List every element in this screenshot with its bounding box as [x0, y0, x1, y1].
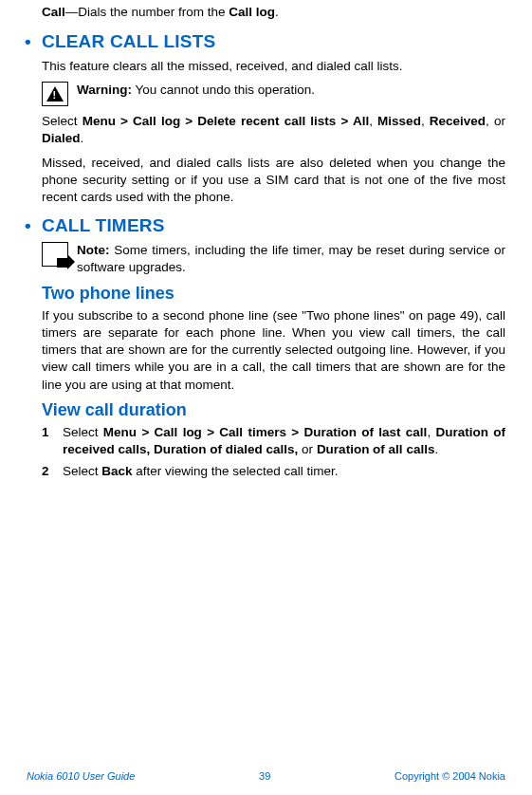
sep1: ,	[369, 114, 377, 128]
received-bold: Received	[430, 114, 486, 128]
view-steps: 1 Select Menu > Call log > Call timers >…	[42, 424, 505, 481]
select-suffix: .	[81, 131, 84, 145]
s1-b3: Duration of all calls	[317, 442, 435, 456]
clear-explain: Missed, received, and dialed calls lists…	[42, 155, 505, 207]
heading-view-call-duration: View call duration	[42, 400, 505, 420]
note-icon	[42, 242, 68, 267]
select-prefix: Select	[42, 114, 83, 128]
note-text: Note: Some timers, including the life ti…	[77, 242, 505, 276]
s2-suffix: after viewing the selected call timer.	[133, 464, 339, 478]
step-1-text: Select Menu > Call log > Call timers > D…	[63, 424, 505, 458]
page-footer: Nokia 6010 User Guide 39 Copyright © 200…	[27, 770, 505, 782]
s2-bold: Back	[101, 464, 132, 478]
s1-sep2: or	[298, 442, 317, 456]
step-2-text: Select Back after viewing the selected c…	[63, 463, 505, 480]
footer-page-number: 39	[259, 770, 270, 782]
manual-page: Call—Dials the number from the Call log.…	[0, 0, 532, 795]
sep3: , or	[486, 114, 505, 128]
page-content: Call—Dials the number from the Call log.…	[42, 4, 505, 480]
warning-icon	[42, 82, 68, 106]
heading-two-phone-lines: Two phone lines	[42, 284, 505, 304]
sep2: ,	[421, 114, 430, 128]
step-2: 2 Select Back after viewing the selected…	[42, 463, 505, 480]
step-1-number: 1	[42, 424, 63, 458]
s1-prefix: Select	[63, 425, 103, 439]
s2-prefix: Select	[63, 464, 101, 478]
heading-clear-call-lists: CLEAR CALL LISTS	[25, 31, 505, 52]
warning-msg: You cannot undo this operation.	[132, 83, 315, 97]
missed-bold: Missed	[377, 114, 421, 128]
dialed-bold: Dialed	[42, 131, 81, 145]
s1-suffix: .	[434, 442, 438, 456]
call-definition: Call—Dials the number from the Call log.	[42, 4, 505, 22]
footer-left: Nokia 6010 User Guide	[27, 770, 135, 782]
call-term: Call	[42, 5, 65, 19]
warning-text: Warning: You cannot undo this operation.	[77, 82, 505, 99]
select-path-bold: Menu > Call log > Delete recent call lis…	[83, 114, 370, 128]
note-msg: Some timers, including the life timer, m…	[77, 243, 505, 274]
call-log-term: Call log	[229, 5, 275, 19]
note-label: Note:	[77, 243, 110, 257]
clear-intro: This feature clears all the missed, rece…	[42, 58, 505, 75]
heading-call-timers: CALL TIMERS	[25, 215, 505, 236]
clear-select-path: Select Menu > Call log > Delete recent c…	[42, 113, 505, 147]
note-block: Note: Some timers, including the life ti…	[42, 242, 505, 276]
step-1: 1 Select Menu > Call log > Call timers >…	[42, 424, 505, 458]
call-period: .	[275, 5, 279, 19]
warning-block: Warning: You cannot undo this operation.	[42, 82, 505, 106]
step-2-number: 2	[42, 463, 63, 480]
two-lines-body: If you subscribe to a second phone line …	[42, 307, 505, 394]
footer-right: Copyright © 2004 Nokia	[394, 770, 505, 782]
call-desc: —Dials the number from the	[65, 5, 229, 19]
s1-path: Menu > Call log > Call timers > Duration…	[103, 425, 428, 439]
warning-label: Warning:	[77, 83, 132, 97]
